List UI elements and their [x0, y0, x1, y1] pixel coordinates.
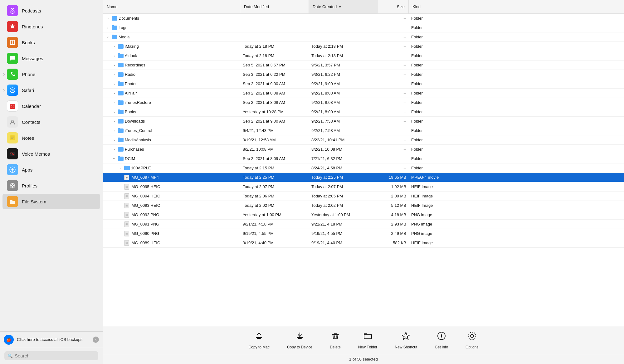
toolbar-btn-new-folder[interactable]: New Folder: [349, 326, 386, 354]
table-row[interactable]: ›iTunes_Control9/4/21, 12:43 PM9/2/21, 7…: [103, 126, 624, 135]
sidebar-icon-ringtones: [7, 21, 18, 32]
sidebar-item-calendar[interactable]: 21MONCalendar: [2, 98, 100, 114]
toolbar-btn-copy-to-device[interactable]: Copy to Device: [278, 326, 321, 354]
sidebar-icon-notes: [7, 132, 18, 143]
toolbar-icon-copy-to-device: [295, 331, 305, 343]
toolbar-btn-new-shortcut[interactable]: New Shortcut: [386, 326, 426, 354]
toolbar-btn-get-info[interactable]: i Get Info: [426, 326, 457, 354]
file-kind: Folder: [409, 128, 624, 133]
table-row[interactable]: ›Documents--Folder: [103, 14, 624, 23]
table-row[interactable]: IMG_0092.PNGYesterday at 1:00 PMYesterda…: [103, 210, 624, 220]
table-row[interactable]: IMG_0095.HEICToday at 2:07 PMToday at 2:…: [103, 182, 624, 192]
file-date-created: 9/2/21, 8:00 AM: [309, 109, 378, 114]
chevron-icon[interactable]: ›: [105, 16, 110, 21]
file-date-created: 8/2/21, 10:08 PM: [309, 147, 378, 152]
sidebar-item-profiles[interactable]: Profiles: [2, 178, 100, 193]
table-row[interactable]: ›100APPLEToday at 2:15 PM8/24/21, 4:58 P…: [103, 163, 624, 173]
file-size: --: [378, 128, 409, 133]
sidebar-item-podcasts[interactable]: Podcasts: [2, 3, 100, 18]
chevron-icon[interactable]: ›: [112, 53, 117, 58]
file-date-modified: Today at 2:18 PM: [240, 44, 309, 49]
svg-text:i: i: [441, 334, 442, 338]
sidebar-item-contacts[interactable]: Contacts: [2, 114, 100, 130]
chevron-icon[interactable]: ›: [112, 128, 117, 133]
sidebar-item-notes[interactable]: Notes: [2, 130, 100, 146]
file-kind: HEIF Image: [409, 240, 624, 245]
table-row[interactable]: ▶IMG_0097.MP4Today at 2:25 PMToday at 2:…: [103, 173, 624, 182]
file-date-created: 9/2/21, 8:08 AM: [309, 91, 378, 95]
table-row[interactable]: ›RadioSep 3, 2021 at 6:22 PM9/3/21, 6:22…: [103, 70, 624, 79]
backup-banner[interactable]: 🍎 Click here to access all iOS backups ×: [0, 331, 103, 348]
table-row[interactable]: ›DownloadsSep 2, 2021 at 9:00 AM9/2/21, …: [103, 117, 624, 126]
search-input[interactable]: [15, 353, 95, 358]
toolbar-btn-options[interactable]: Options: [457, 326, 487, 354]
table-row[interactable]: ›Purchases8/2/21, 10:08 PM8/2/21, 10:08 …: [103, 145, 624, 154]
table-row[interactable]: IMG_0090.PNG9/19/21, 4:55 PM9/19/21, 4:5…: [103, 229, 624, 238]
toolbar-btn-delete[interactable]: Delete: [321, 326, 349, 354]
file-name-text: IMG_0097.MP4: [130, 175, 159, 180]
sidebar-item-safari[interactable]: Safari: [2, 82, 100, 98]
file-kind: Folder: [409, 63, 624, 67]
backup-close-button[interactable]: ×: [93, 337, 99, 343]
table-row[interactable]: ›iTunesRestoreSep 2, 2021 at 8:08 AM9/2/…: [103, 98, 624, 107]
sidebar-item-messages[interactable]: Messages: [2, 51, 100, 66]
table-row[interactable]: ›AirFairSep 2, 2021 at 8:08 AM9/2/21, 8:…: [103, 89, 624, 98]
table-row[interactable]: IMG_0094.HEICToday at 2:06 PMToday at 2:…: [103, 192, 624, 201]
table-row[interactable]: ›RecordingsSep 5, 2021 at 3:57 PM9/5/21,…: [103, 61, 624, 70]
file-name-downloads: ›Downloads: [103, 119, 240, 124]
table-row[interactable]: ›Media--Folder: [103, 32, 624, 42]
sidebar-item-voice-memos[interactable]: Voice Memos: [2, 146, 100, 162]
table-row[interactable]: IMG_0093.HEICToday at 2:02 PMToday at 2:…: [103, 201, 624, 210]
sidebar-item-file-system[interactable]: File System: [2, 194, 100, 209]
sidebar-item-books[interactable]: Books: [2, 35, 100, 50]
file-date-modified: 8/2/21, 10:08 PM: [240, 147, 309, 152]
chevron-icon[interactable]: ›: [105, 25, 110, 30]
file-name-img-0091: IMG_0091.PNG: [103, 221, 240, 227]
sidebar-icon-safari: [7, 85, 18, 96]
table-row[interactable]: ›DCIMSep 2, 2021 at 8:09 AM7/21/21, 6:32…: [103, 154, 624, 163]
svg-rect-24: [256, 337, 262, 338]
chevron-icon[interactable]: ›: [112, 91, 117, 96]
file-date-modified: Sep 2, 2021 at 8:08 AM: [240, 91, 309, 95]
file-kind: Folder: [409, 72, 624, 77]
sidebar-icon-phone: [7, 69, 18, 80]
table-row[interactable]: ›PhotosSep 2, 2021 at 9:00 AM9/2/21, 9:0…: [103, 79, 624, 89]
col-header-date-modified[interactable]: Date Modified: [240, 0, 309, 13]
chevron-icon[interactable]: ›: [112, 44, 117, 49]
col-header-kind[interactable]: Kind: [409, 0, 624, 13]
sidebar-item-label-notes: Notes: [22, 135, 34, 141]
file-date-modified: Sep 2, 2021 at 8:08 AM: [240, 100, 309, 105]
file-size: 4.18 MB: [378, 212, 409, 217]
file-name-text: Downloads: [125, 119, 145, 124]
chevron-icon[interactable]: ›: [112, 109, 117, 114]
table-row[interactable]: ›BooksYesterday at 10:28 PM9/2/21, 8:00 …: [103, 107, 624, 117]
sidebar-item-phone[interactable]: Phone: [2, 66, 100, 82]
chevron-icon[interactable]: ›: [112, 147, 117, 152]
sidebar-item-ringtones[interactable]: Ringtones: [2, 19, 100, 34]
table-row[interactable]: ›AirlockToday at 2:18 PMToday at 2:18 PM…: [103, 51, 624, 61]
chevron-icon[interactable]: ›: [112, 138, 117, 143]
file-name-text: DCIM: [125, 156, 135, 161]
chevron-icon[interactable]: ›: [112, 81, 117, 86]
chevron-icon[interactable]: ›: [112, 119, 117, 124]
toolbar-btn-copy-to-mac[interactable]: Copy to Mac: [240, 326, 278, 354]
chevron-icon[interactable]: ›: [118, 166, 123, 171]
chevron-icon[interactable]: ›: [112, 63, 117, 68]
file-date-created: 8/24/21, 4:58 PM: [309, 166, 378, 170]
col-header-date-created[interactable]: Date Created ▼: [309, 0, 378, 13]
sidebar-item-label-contacts: Contacts: [22, 119, 40, 125]
col-header-name[interactable]: Name: [103, 0, 240, 13]
chevron-icon[interactable]: ›: [112, 100, 117, 105]
chevron-icon[interactable]: ›: [112, 72, 117, 77]
chevron-icon[interactable]: ›: [105, 35, 110, 40]
table-row[interactable]: ›iMazingToday at 2:18 PMToday at 2:18 PM…: [103, 42, 624, 51]
file-name-img-0094: IMG_0094.HEIC: [103, 193, 240, 199]
table-row[interactable]: ›Logs--Folder: [103, 23, 624, 32]
sidebar-item-apps[interactable]: Apps: [2, 162, 100, 177]
table-row[interactable]: IMG_0091.PNG9/21/21, 4:18 PM9/21/21, 4:1…: [103, 220, 624, 229]
chevron-icon[interactable]: ›: [112, 156, 117, 161]
file-size: 19.65 MB: [378, 175, 409, 180]
table-row[interactable]: IMG_0089.HEIC9/19/21, 4:40 PM9/19/21, 4:…: [103, 238, 624, 248]
col-header-size[interactable]: Size: [378, 0, 409, 13]
table-row[interactable]: ›MediaAnalysis9/19/21, 12:58 AM8/22/21, …: [103, 135, 624, 145]
